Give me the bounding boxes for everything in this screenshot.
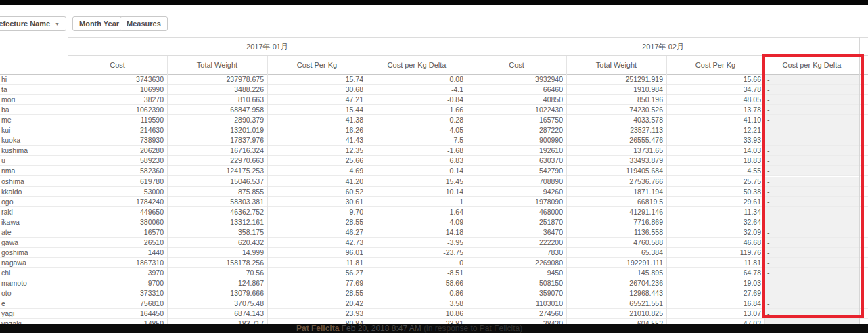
measure-value-cell: 1784240 (68, 197, 164, 206)
measure-value-cell: 6.83 (367, 156, 463, 165)
row-label-cell[interactable]: yagi (1, 309, 65, 318)
delta-empty-cell: - (767, 187, 856, 196)
measure-value-cell: 41.10 (666, 115, 761, 125)
measure-value-cell: 449650 (68, 207, 164, 217)
measure-value-cell: 41291.146 (566, 207, 663, 217)
row-label-cell[interactable]: yazaki (1, 319, 65, 324)
delta-empty-cell: - (767, 115, 856, 125)
measure-value-cell: 875.855 (167, 187, 264, 196)
table-row: u58923022970.66325.666.8363037033493.879… (0, 156, 868, 166)
row-label-cell[interactable]: oshima (1, 177, 65, 186)
column-header-total-weight[interactable]: Total Weight (167, 56, 267, 74)
measure-value-cell: 192610 (467, 146, 563, 155)
measure-value-cell: 3970 (68, 268, 164, 278)
column-header-cost-per-kg-delta[interactable]: Cost per Kg Delta (367, 56, 467, 74)
table-row: nma582360124175.2534.690.14542790119405.… (0, 166, 868, 176)
delta-empty-cell: - (767, 319, 856, 324)
measure-value-cell: 4.55 (666, 166, 761, 175)
row-label-cell[interactable]: ikawa (1, 217, 65, 227)
measure-value-cell: 65.384 (566, 248, 663, 257)
measure-value-cell: 119405.684 (566, 166, 663, 175)
delta-empty-cell: - (767, 95, 856, 104)
row-label-cell[interactable]: kushima (1, 146, 65, 155)
measure-value-cell: 145.895 (566, 268, 663, 278)
measure-value-cell: 214630 (68, 125, 164, 135)
row-label-cell[interactable]: goshima (1, 248, 65, 257)
prefecture-name-filter-chip[interactable]: refecture Name ▼ (0, 16, 66, 31)
measure-value-cell: 508150 (467, 278, 563, 288)
row-label-cell[interactable]: nagawa (1, 258, 65, 267)
measure-value-cell: 30.61 (267, 197, 363, 206)
measure-value-cell: -4.09 (367, 217, 463, 227)
table-row: ikawa38006013312.16128.55-4.092518707716… (0, 217, 868, 227)
month-group-header-2[interactable]: 2017年 02月 (467, 37, 859, 56)
measure-value-cell: 32.09 (666, 227, 761, 237)
row-label-cell[interactable]: hi (1, 74, 65, 84)
measure-value-cell: 15.66 (666, 74, 761, 84)
month-group-header-1[interactable]: 2017年 01月 (68, 37, 467, 56)
measure-value-cell: 1867310 (68, 258, 164, 267)
measure-value-cell: 10.86 (367, 309, 463, 318)
row-label-cell[interactable]: ogo (1, 197, 65, 206)
measure-value-cell: -1.68 (367, 146, 463, 155)
measure-value-cell: 582360 (68, 166, 164, 175)
column-header-cost-per-kg[interactable]: Cost Per Kg (267, 56, 367, 74)
measure-value-cell: 9700 (68, 278, 164, 288)
row-label-cell[interactable]: raki (1, 207, 65, 217)
measure-value-cell: 738930 (68, 135, 164, 145)
comment-in-response-to: (in response to Pat Felicita) (424, 324, 522, 333)
row-label-cell[interactable]: kuoka (1, 135, 65, 145)
measure-value-cell: 41.20 (267, 177, 363, 186)
column-header-cost[interactable]: Cost (467, 56, 566, 74)
measure-value-cell: 850.196 (566, 95, 663, 104)
measures-chip[interactable]: Measures (120, 16, 168, 31)
table-row: nagawa1867310158178.25611.81022690801922… (0, 258, 868, 268)
row-label-cell[interactable]: gawa (1, 238, 65, 247)
measure-value-cell: 47.02 (666, 319, 761, 324)
column-header-cost-per-kg[interactable]: Cost Per Kg (666, 56, 764, 74)
measure-value-cell: 66460 (467, 85, 563, 94)
delta-empty-cell: - (767, 309, 856, 318)
divider (367, 56, 367, 324)
measure-value-cell: 28420 (467, 319, 563, 324)
delta-empty-cell: - (767, 156, 856, 165)
row-label-cell[interactable]: mori (1, 95, 65, 104)
column-header-cost-per-kg-delta[interactable]: Cost per Kg Delta (764, 56, 859, 74)
measure-value-cell: 1910.984 (566, 85, 663, 94)
measure-value-cell: 10.14 (367, 187, 463, 196)
row-label-cell[interactable]: ba (1, 105, 65, 114)
measure-value-cell: 251291.919 (566, 74, 663, 84)
measure-value-cell: 124.867 (167, 278, 264, 288)
column-header-total-weight[interactable]: Total Weight (566, 56, 666, 74)
delta-empty-cell: - (767, 288, 856, 298)
measure-value-cell: 41.43 (267, 135, 363, 145)
measure-value-cell: 380060 (68, 217, 164, 227)
measure-value-cell: 2269080 (467, 258, 563, 267)
measure-value-cell: 0.08 (367, 74, 463, 84)
delta-empty-cell: - (767, 207, 856, 217)
row-label-cell[interactable]: oto (1, 288, 65, 298)
measure-value-cell: 119590 (68, 115, 164, 125)
column-header-cost[interactable]: Cost (68, 56, 167, 74)
measure-value-cell: 14.03 (666, 146, 761, 155)
row-label-cell[interactable]: chi (1, 268, 65, 278)
row-label-cell[interactable]: ate (1, 227, 65, 237)
row-label-cell[interactable]: nma (1, 166, 65, 175)
row-label-cell[interactable]: mamoto (1, 278, 65, 288)
table-row: goshima144014.99996.01-23.75783065.38411… (0, 248, 868, 258)
delta-empty-cell: - (767, 268, 856, 278)
table-row: yagi1644506874.14323.9310.8627456021010.… (0, 309, 868, 319)
delta-empty-cell: - (767, 105, 856, 114)
row-label-cell[interactable]: kkaido (1, 187, 65, 196)
measure-value-cell: 0.28 (367, 115, 463, 125)
measure-value-cell: 23.81 (367, 319, 463, 324)
row-label-cell[interactable]: ta (1, 85, 65, 94)
measure-value-cell: 46.27 (267, 227, 363, 237)
divider (267, 56, 268, 324)
measure-value-cell: 16716.324 (167, 146, 264, 155)
row-label-cell[interactable]: e (1, 298, 65, 308)
row-label-cell[interactable]: u (1, 156, 65, 165)
table-row: chi397070.5656.27-8.519450145.89564.78- (0, 268, 868, 278)
row-label-cell[interactable]: kui (1, 125, 65, 135)
row-label-cell[interactable]: me (1, 115, 65, 125)
